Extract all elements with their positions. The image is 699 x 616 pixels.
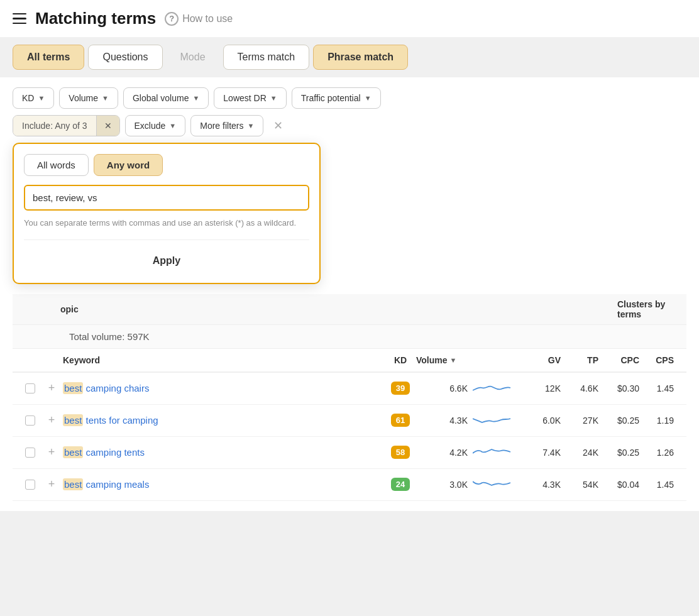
- table-row: + best camping meals 24 3.0K 4.3K 54K $0…: [13, 469, 686, 501]
- tp-value: 24K: [561, 448, 598, 458]
- keyword-col-header: Keyword: [60, 355, 385, 365]
- keyword-link[interactable]: best camping meals: [60, 478, 385, 491]
- include-filter: Include: Any of 3 ✕: [13, 115, 120, 136]
- clear-all-filters-button[interactable]: ✕: [268, 116, 288, 135]
- gv-value: 6.0K: [523, 415, 561, 426]
- include-clear-button[interactable]: ✕: [96, 116, 119, 136]
- kd-value: 39: [385, 382, 416, 395]
- tab-mode: Mode: [167, 45, 219, 69]
- volume-sort-icon: ▼: [450, 356, 457, 364]
- kd-badge: 61: [391, 414, 410, 427]
- lowest-dr-arrow-icon: ▼: [270, 94, 277, 102]
- gv-value: 4.3K: [523, 480, 561, 490]
- row-checkbox[interactable]: [25, 448, 43, 458]
- kd-value: 61: [385, 414, 416, 427]
- col-headers: Keyword KD Volume ▼ GV TP CPC CPS: [13, 349, 686, 373]
- gv-col-header: GV: [523, 355, 561, 365]
- apply-button[interactable]: Apply: [24, 249, 309, 273]
- volume-value: 4.2K: [416, 448, 473, 458]
- more-filters-arrow-icon: ▼: [247, 122, 254, 129]
- tabs-row: All terms Questions Mode Terms match Phr…: [0, 37, 699, 77]
- tp-value: 27K: [561, 415, 598, 426]
- tab-terms-match[interactable]: Terms match: [223, 45, 310, 70]
- terms-input[interactable]: [24, 185, 309, 211]
- add-keyword-button[interactable]: +: [43, 478, 60, 491]
- more-filters-button[interactable]: More filters ▼: [190, 115, 263, 136]
- volume-value: 4.3K: [416, 415, 473, 426]
- traffic-potential-filter[interactable]: Traffic potential ▼: [292, 87, 381, 109]
- cps-value: 1.26: [639, 448, 674, 458]
- add-keyword-button[interactable]: +: [43, 446, 60, 459]
- keyword-link[interactable]: best tents for camping: [60, 414, 385, 427]
- all-words-toggle[interactable]: All words: [24, 154, 89, 176]
- volume-col-header[interactable]: Volume ▼: [416, 355, 473, 365]
- traffic-potential-arrow-icon: ▼: [365, 94, 372, 102]
- hamburger-menu[interactable]: [13, 13, 26, 25]
- kd-badge: 58: [391, 446, 410, 459]
- table-row: + best tents for camping 61 4.3K 6.0K 27…: [13, 405, 686, 437]
- popup-hint-text: You can separate terms with commas and u…: [24, 217, 309, 229]
- kd-filter[interactable]: KD ▼: [13, 87, 54, 109]
- kd-arrow-icon: ▼: [38, 94, 45, 102]
- topic-col-header: opic: [60, 304, 586, 314]
- gv-value: 12K: [523, 383, 561, 393]
- tab-all-terms[interactable]: All terms: [13, 45, 84, 70]
- row-checkbox[interactable]: [25, 415, 43, 426]
- trend-sparkline: [473, 414, 523, 427]
- filters-row: KD ▼ Volume ▼ Global volume ▼ Lowest DR …: [13, 87, 686, 109]
- page-title: Matching terms: [35, 9, 156, 28]
- exclude-arrow-icon: ▼: [169, 122, 176, 129]
- tp-value: 4.6K: [561, 383, 598, 393]
- add-keyword-button[interactable]: +: [43, 414, 60, 427]
- include-label: Include: Any of 3: [13, 116, 96, 136]
- help-icon: ?: [165, 12, 179, 26]
- gv-value: 7.4K: [523, 448, 561, 458]
- cpc-value: $0.04: [598, 480, 639, 490]
- cpc-value: $0.25: [598, 448, 639, 458]
- main-content: KD ▼ Volume ▼ Global volume ▼ Lowest DR …: [0, 77, 699, 511]
- keyword-link[interactable]: best camping tents: [60, 446, 385, 459]
- filter-popup: All words Any word You can separate term…: [13, 143, 686, 284]
- row-checkbox[interactable]: [25, 480, 43, 490]
- cps-value: 1.45: [639, 383, 674, 393]
- cpc-col-header: CPC: [598, 355, 639, 365]
- how-to-use-link[interactable]: ? How to use: [165, 12, 233, 26]
- table-column-meta: opic Clusters by terms: [13, 294, 686, 325]
- popup-box: All words Any word You can separate term…: [13, 143, 321, 284]
- trend-sparkline: [473, 382, 523, 395]
- table-row: + best camping chairs 39 6.6K 12K 4.6K $…: [13, 373, 686, 405]
- cps-value: 1.19: [639, 415, 674, 426]
- keyword-highlight: best: [63, 478, 83, 490]
- clusters-col-header: Clusters by terms: [617, 299, 674, 319]
- volume-arrow-icon: ▼: [102, 94, 109, 102]
- kd-badge: 39: [391, 382, 410, 395]
- cpc-value: $0.25: [598, 415, 639, 426]
- add-keyword-button[interactable]: +: [43, 382, 60, 395]
- volume-filter[interactable]: Volume ▼: [59, 87, 118, 109]
- kd-col-header: KD: [385, 355, 416, 365]
- table-row: + best camping tents 58 4.2K 7.4K 24K $0…: [13, 437, 686, 469]
- cpc-value: $0.30: [598, 383, 639, 393]
- trend-sparkline: [473, 478, 523, 492]
- cps-col-header: CPS: [639, 355, 674, 365]
- row-checkbox[interactable]: [25, 383, 43, 393]
- volume-value: 6.6K: [416, 383, 473, 393]
- tab-phrase-match[interactable]: Phrase match: [313, 45, 408, 70]
- word-toggle-row: All words Any word: [24, 154, 309, 176]
- lowest-dr-filter[interactable]: Lowest DR ▼: [214, 87, 286, 109]
- popup-divider: [24, 239, 309, 240]
- global-volume-arrow-icon: ▼: [192, 94, 199, 102]
- trend-sparkline: [473, 446, 523, 459]
- how-to-use-label: How to use: [182, 13, 233, 25]
- any-word-toggle[interactable]: Any word: [94, 154, 163, 176]
- tp-col-header: TP: [561, 355, 598, 365]
- exclude-filter[interactable]: Exclude ▼: [125, 115, 186, 136]
- active-filters-row: Include: Any of 3 ✕ Exclude ▼ More filte…: [13, 115, 686, 136]
- kd-value: 58: [385, 446, 416, 459]
- global-volume-filter[interactable]: Global volume ▼: [123, 87, 209, 109]
- volume-value: 3.0K: [416, 480, 473, 490]
- keyword-highlight: best: [63, 414, 83, 426]
- tab-questions[interactable]: Questions: [88, 45, 162, 70]
- kd-value: 24: [385, 478, 416, 491]
- keyword-link[interactable]: best camping chairs: [60, 382, 385, 395]
